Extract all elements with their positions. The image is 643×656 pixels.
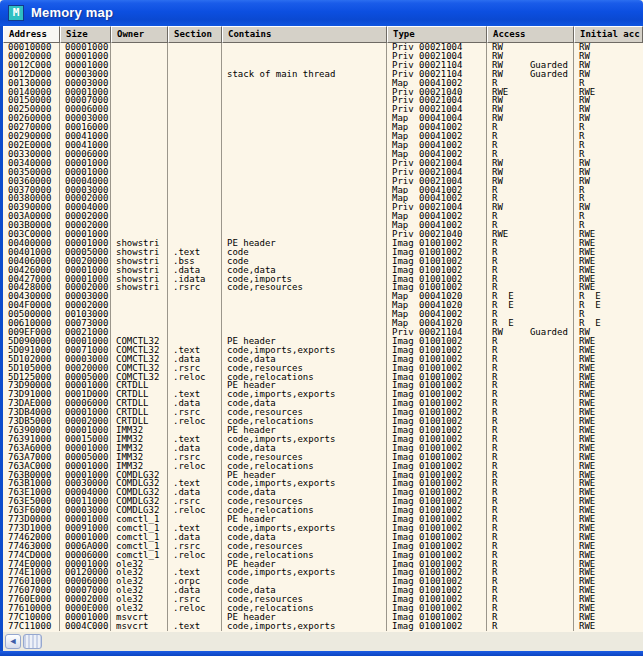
table-row[interactable]: 773D000000001000comctl_1PE headerImag 01… — [3, 515, 643, 524]
memory-map-icon[interactable]: M — [8, 5, 24, 21]
table-row[interactable]: 0042600000001000showstri.datacode,dataIm… — [3, 266, 643, 275]
table-row[interactable]: 5D10500000020000COMCTL32.rsrccode,resour… — [3, 364, 643, 373]
table-row[interactable]: 0038000000002000Map 00041002RR — [3, 194, 643, 203]
table-row[interactable]: 774E100000120000ole32.textcode,imports,e… — [3, 568, 643, 577]
table-row[interactable]: 0002000000001000Priv 00021004RWRW — [3, 52, 643, 61]
cell-initial-acc: RWE — [574, 560, 643, 569]
column-header-initial-acc[interactable]: Initial acc — [574, 26, 643, 43]
cell-initial-acc: R E — [574, 301, 643, 310]
table-row[interactable]: 7639100000015000IMM32.textcode,imports,e… — [3, 435, 643, 444]
cell-owner: showstri — [111, 257, 168, 266]
table-row[interactable]: 0040600000020000showstri.bsscodeImag 010… — [3, 257, 643, 266]
table-row[interactable]: 0042700000001000showstri.idatacode,impor… — [3, 275, 643, 284]
scrollbar-track[interactable] — [42, 634, 643, 649]
table-row[interactable]: 0036000000004000Priv 00021004RWRW — [3, 177, 643, 186]
table-row[interactable]: 5D09000000001000COMCTL32PE headerImag 01… — [3, 337, 643, 346]
cell-section — [168, 132, 222, 141]
column-header-access[interactable]: Access — [487, 26, 574, 43]
table-row[interactable]: 77C110000004C000msvcrt.textcode,imports,… — [3, 622, 643, 631]
table-row[interactable]: 0035000000001000Priv 00021004RWRW — [3, 168, 643, 177]
table-row[interactable]: 77C1000000001000msvcrtPE headerImag 0100… — [3, 613, 643, 622]
table-row[interactable]: 776100000000E000ole32.reloccode,relocati… — [3, 604, 643, 613]
table-row[interactable]: 774630000006A000comctl_1.rsrccode,resour… — [3, 542, 643, 551]
title-bar[interactable]: M Memory map — [0, 0, 643, 26]
table-row[interactable]: 0050000000103000Map 00041002RR — [3, 310, 643, 319]
table-row[interactable]: 73DB500000002000CRTDLL.reloccode,relocat… — [3, 417, 643, 426]
table-row[interactable]: 0039000000004000Priv 00021004RWRW — [3, 203, 643, 212]
table-row[interactable]: 763F600000003000COMDLG32.reloccode,reloc… — [3, 506, 643, 515]
cell-contains: code,relocations — [222, 551, 387, 560]
cell-address: 77C10000 — [3, 613, 60, 622]
table-row[interactable]: 5D10200000003000COMCTL32.datacode,dataIm… — [3, 355, 643, 364]
cell-section — [168, 114, 222, 123]
table-row[interactable]: 0040100000005000showstri.textcodeImag 01… — [3, 248, 643, 257]
scroll-left-arrow-icon[interactable]: ◄ — [5, 634, 21, 649]
table-row[interactable]: 763B100000030000COMDLG32.textcode,import… — [3, 479, 643, 488]
table-row[interactable]: 7746200000001000comctl_1.datacode,dataIm… — [3, 533, 643, 542]
table-row[interactable]: 7639000000001000IMM32PE headerImag 01001… — [3, 426, 643, 435]
table-row[interactable]: 0040000000001000showstriPE headerImag 01… — [3, 239, 643, 248]
table-row[interactable]: 763A700000005000IMM32.rsrccode,resources… — [3, 453, 643, 462]
table-row[interactable]: 763E100000004000COMDLG32.datacode,dataIm… — [3, 488, 643, 497]
table-row[interactable]: 0012D00000003000stack of main threadPriv… — [3, 70, 643, 79]
cell-contains — [222, 159, 387, 168]
column-header-type[interactable]: Type — [387, 26, 487, 43]
cell-type: Imag 01001002 — [387, 373, 487, 382]
table-row[interactable]: 0026000000003000Map 00041004RWRW — [3, 114, 643, 123]
table-row[interactable]: 004F000000002000Map 00041020R ER E — [3, 301, 643, 310]
column-header-address[interactable]: Address — [3, 26, 60, 43]
scrollbar-thumb[interactable] — [23, 634, 42, 649]
table-row[interactable]: 773D100000091000comctl_1.textcode,import… — [3, 524, 643, 533]
table-row[interactable]: 0013000000003000Map 00041002RR — [3, 79, 643, 88]
table-row[interactable]: 763AC00000001000IMM32.reloccode,relocati… — [3, 462, 643, 471]
column-header-owner[interactable]: Owner — [111, 26, 168, 43]
table-row[interactable]: 0012C00000001000Priv 00021104RW GuardedR… — [3, 61, 643, 70]
table-row[interactable]: 0042800000002000showstri.rsrccode,resour… — [3, 283, 643, 292]
table-row[interactable]: 0061000000073000Map 00041020R ER E — [3, 319, 643, 328]
table-row[interactable]: 7760100000006000ole32.orpccodeImag 01001… — [3, 577, 643, 586]
column-header-size[interactable]: Size — [60, 26, 111, 43]
table-row[interactable]: 0033000000006000Map 00041002RR — [3, 150, 643, 159]
horizontal-scrollbar[interactable]: ◄ — [3, 632, 643, 651]
table-row[interactable]: 5D12500000005000COMCTL32.reloccode,reloc… — [3, 373, 643, 382]
table-row[interactable]: 0037000000003000Map 00041002RR — [3, 186, 643, 195]
cell-access: R — [487, 141, 574, 150]
table-row[interactable]: 0027000000016000Map 00041002RR — [3, 123, 643, 132]
cell-type: Map 00041002 — [387, 141, 487, 150]
cell-access: R — [487, 533, 574, 542]
cell-address: 5D091000 — [3, 346, 60, 355]
table-row[interactable]: 0034000000001000Priv 00021004RWRW — [3, 159, 643, 168]
table-row[interactable]: 0001000000001000Priv 00021004RWRW — [3, 43, 643, 52]
table-row[interactable]: 5D09100000071000COMCTL32.textcode,import… — [3, 346, 643, 355]
table-row[interactable]: 0014000000001000Priv 00021040RWERWE — [3, 88, 643, 97]
table-row[interactable]: 003B000000002000Map 00041002RR — [3, 221, 643, 230]
table-row[interactable]: 7760E00000002000ole32.rsrccode,resources… — [3, 595, 643, 604]
cell-section — [168, 381, 222, 390]
table-row[interactable]: 774CD00000006000comctl_1.reloccode,reloc… — [3, 551, 643, 560]
table-row[interactable]: 0043000000003000Map 00041020R ER E — [3, 292, 643, 301]
cell-size: 00001000 — [60, 88, 111, 97]
table-row[interactable]: 003A000000002000Map 00041002RR — [3, 212, 643, 221]
column-header-contains[interactable]: Contains — [222, 26, 387, 43]
table-row[interactable]: 763B000000001000COMDLG32PE headerImag 01… — [3, 471, 643, 480]
table-row[interactable]: 763E500000011000COMDLG32.rsrccode,resour… — [3, 497, 643, 506]
cell-type: Imag 01001002 — [387, 488, 487, 497]
table-row[interactable]: 763A600000001000IMM32.datacode,dataImag … — [3, 444, 643, 453]
column-header-section[interactable]: Section — [168, 26, 222, 43]
table-row[interactable]: 73DAE00000006000CRTDLL.datacode,dataImag… — [3, 399, 643, 408]
cell-address: 5D125000 — [3, 373, 60, 382]
table-row[interactable]: 73D9000000001000CRTDLLPE headerImag 0100… — [3, 381, 643, 390]
cell-contains: code,relocations — [222, 506, 387, 515]
table-row[interactable]: 73D910000001D000CRTDLL.textcode,imports,… — [3, 390, 643, 399]
table-row[interactable]: 0025000000006000Priv 00021004RWRW — [3, 105, 643, 114]
table-row[interactable]: 009EF00000021000Priv 00021104RW GuardedR… — [3, 328, 643, 337]
table-row[interactable]: 003C000000001000Priv 00021040RWERWE — [3, 230, 643, 239]
table-row[interactable]: 0029000000041000Map 00041002RR — [3, 132, 643, 141]
table-row[interactable]: 0015000000007000Priv 00021004RWRW — [3, 96, 643, 105]
table-row[interactable]: 7760700000007000ole32.datacode,dataImag … — [3, 586, 643, 595]
table-row[interactable]: 774E000000001000ole32PE headerImag 01001… — [3, 560, 643, 569]
cell-contains — [222, 221, 387, 230]
table-row[interactable]: 002E000000041000Map 00041002RR — [3, 141, 643, 150]
cell-initial-acc: R — [574, 132, 643, 141]
table-row[interactable]: 73DB400000001000CRTDLL.rsrccode,resource… — [3, 408, 643, 417]
